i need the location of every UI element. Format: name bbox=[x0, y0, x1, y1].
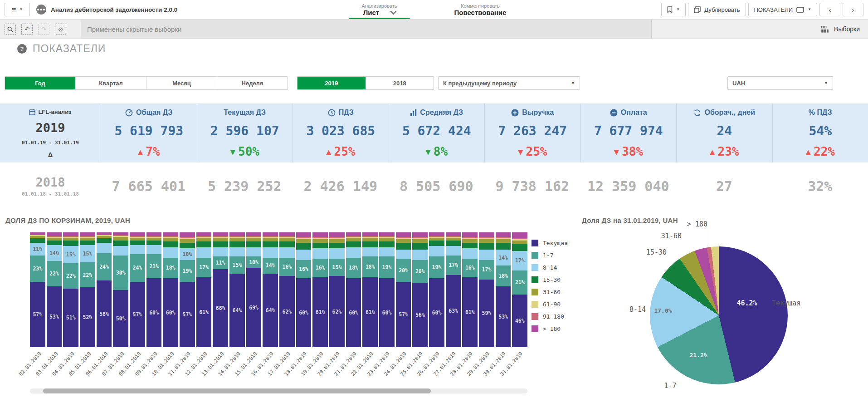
bar-segment-31-60[interactable] bbox=[296, 239, 312, 243]
bar-segment-91-180[interactable] bbox=[163, 236, 178, 237]
bar-segment-> 180[interactable] bbox=[213, 232, 228, 236]
bar-segment-1-7[interactable]: 17% bbox=[479, 260, 494, 280]
bar-segment-61-90[interactable] bbox=[312, 238, 328, 240]
bar-segment-15-30[interactable] bbox=[80, 241, 95, 245]
legend-item-1-7[interactable]: 1-7 bbox=[532, 252, 568, 259]
bar-segment-8-14[interactable] bbox=[329, 248, 345, 259]
bar-segment-Текущая[interactable]: 60% bbox=[163, 278, 178, 347]
bar-segment-Текущая[interactable]: 52% bbox=[80, 287, 95, 347]
smart-search-button[interactable] bbox=[5, 24, 16, 35]
bar-19.01.2019[interactable]: 61%16% bbox=[312, 232, 328, 347]
bar-segment-15-30[interactable] bbox=[47, 241, 62, 245]
bar-09.01.2019[interactable]: 60%21% bbox=[146, 232, 162, 347]
bar-segment-8-14[interactable]: 15% bbox=[80, 245, 95, 262]
bar-segment-8-14[interactable] bbox=[130, 245, 145, 254]
bar-11.01.2019[interactable]: 57%19%10% bbox=[180, 232, 195, 347]
bar-segment-91-180[interactable] bbox=[396, 237, 411, 238]
bar-segment-Текущая[interactable]: 60% bbox=[429, 278, 444, 347]
bar-segment-31-60[interactable] bbox=[180, 239, 195, 243]
bar-segment-1-7[interactable]: 19% bbox=[379, 256, 395, 278]
bar-segment-91-180[interactable] bbox=[180, 237, 195, 238]
bar-segment-91-180[interactable] bbox=[462, 237, 478, 238]
bar-segment-1-7[interactable]: 18% bbox=[362, 256, 378, 277]
bar-segment-15-30[interactable] bbox=[279, 241, 295, 247]
bar-segment-> 180[interactable] bbox=[479, 232, 494, 237]
bar-13.01.2019[interactable]: 68%11% bbox=[213, 232, 228, 347]
chevron-down-icon[interactable] bbox=[390, 8, 396, 15]
bar-segment-8-14[interactable]: 17% bbox=[512, 251, 527, 270]
bar-segment-Текущая[interactable]: 62% bbox=[279, 276, 295, 347]
bar-segment-8-14[interactable]: 10% bbox=[180, 248, 195, 260]
bar-segment-15-30[interactable] bbox=[63, 241, 78, 246]
bar-segment-Текущая[interactable]: 60% bbox=[296, 278, 312, 347]
bar-segment-31-60[interactable] bbox=[196, 238, 212, 242]
step-forward-button[interactable]: ↷ bbox=[38, 24, 49, 35]
bar-segment-91-180[interactable] bbox=[213, 236, 228, 237]
bar-18.01.2019[interactable]: 60%16% bbox=[296, 232, 312, 347]
bar-segment-Текущая[interactable]: 60% bbox=[346, 278, 361, 347]
bar-segment-61-90[interactable] bbox=[63, 237, 78, 238]
bar-segment-1-7[interactable]: 19% bbox=[180, 260, 195, 282]
bar-segment-8-14[interactable] bbox=[429, 246, 444, 256]
bar-25.01.2019[interactable]: 56%20% bbox=[412, 232, 428, 347]
bar-segment-31-60[interactable] bbox=[396, 239, 411, 243]
bar-segment-15-30[interactable] bbox=[362, 241, 378, 247]
bar-segment-61-90[interactable] bbox=[263, 237, 278, 238]
bar-30.01.2019[interactable]: 53%18%14% bbox=[496, 232, 511, 347]
bar-segment-> 180[interactable] bbox=[196, 232, 212, 236]
bar-segment-> 180[interactable] bbox=[396, 232, 411, 237]
bar-segment-8-14[interactable]: 15% bbox=[63, 246, 78, 263]
bar-segment-Текущая[interactable]: 62% bbox=[329, 276, 345, 347]
bar-segment-> 180[interactable] bbox=[412, 232, 428, 237]
bar-segment-Текущая[interactable]: 46% bbox=[512, 295, 527, 347]
bar-segment-31-60[interactable] bbox=[412, 239, 428, 243]
bar-segment-15-30[interactable] bbox=[229, 241, 245, 247]
bar-segment-Текущая[interactable]: 63% bbox=[446, 275, 461, 347]
bar-segment-15-30[interactable] bbox=[246, 241, 262, 247]
bar-segment-> 180[interactable] bbox=[113, 232, 128, 235]
bar-26.01.2019[interactable]: 60%19% bbox=[429, 232, 444, 347]
bar-segment-> 180[interactable] bbox=[63, 232, 78, 236]
bar-segment-1-7[interactable]: 18% bbox=[496, 265, 511, 286]
bar-segment-61-90[interactable] bbox=[229, 237, 245, 238]
bar-15.01.2019[interactable]: 69%10% bbox=[246, 232, 262, 347]
bar-segment-31-60[interactable] bbox=[379, 238, 395, 242]
bar-segment-> 180[interactable] bbox=[329, 232, 345, 237]
bar-segment-31-60[interactable] bbox=[130, 238, 145, 241]
bar-segment-15-30[interactable] bbox=[213, 241, 228, 247]
bar-segment-15-30[interactable] bbox=[130, 241, 145, 245]
bar-segment-15-30[interactable] bbox=[496, 243, 511, 250]
bar-segment-61-90[interactable] bbox=[80, 237, 95, 238]
sheet-navigation-button[interactable]: ПОКАЗАТЕЛИ ▼ bbox=[748, 3, 817, 16]
bar-segment-Текущая[interactable]: 57% bbox=[30, 282, 45, 347]
bar-segment-> 180[interactable] bbox=[346, 232, 361, 236]
bar-segment-1-7[interactable]: 20% bbox=[412, 260, 428, 283]
bar-segment-31-60[interactable] bbox=[163, 238, 178, 242]
bar-segment-1-7[interactable]: 22% bbox=[80, 262, 95, 288]
bar-segment-Текущая[interactable]: 61% bbox=[462, 277, 478, 347]
bar-segment-8-14[interactable] bbox=[97, 243, 112, 253]
bar-segment-1-7[interactable]: 10% bbox=[246, 256, 262, 268]
bar-segment-31-60[interactable] bbox=[496, 239, 511, 243]
bar-08.01.2019[interactable]: 57%24% bbox=[130, 232, 145, 347]
bar-segment-91-180[interactable] bbox=[80, 236, 95, 237]
bar-segment-91-180[interactable] bbox=[412, 237, 428, 238]
bar-segment-8-14[interactable] bbox=[446, 246, 461, 255]
bar-16.01.2019[interactable]: 64%14% bbox=[263, 232, 278, 347]
bar-segment-8-14[interactable] bbox=[263, 247, 278, 258]
bar-segment-31-60[interactable] bbox=[362, 238, 378, 242]
bar-segment-> 180[interactable] bbox=[229, 232, 245, 236]
bar-segment-91-180[interactable] bbox=[146, 236, 162, 237]
bar-segment-91-180[interactable] bbox=[329, 237, 345, 238]
bar-segment-> 180[interactable] bbox=[97, 232, 112, 235]
bar-21.01.2019[interactable]: 60%18% bbox=[346, 232, 361, 347]
bar-02.01.2019[interactable]: 57%23%11% bbox=[30, 232, 45, 347]
bar-segment-> 180[interactable] bbox=[180, 232, 195, 237]
bar-segment-61-90[interactable] bbox=[47, 237, 62, 238]
bar-segment-61-90[interactable] bbox=[396, 238, 411, 240]
bar-segment-15-30[interactable] bbox=[312, 243, 328, 249]
bar-segment-Текущая[interactable]: 60% bbox=[379, 278, 395, 347]
bar-segment-91-180[interactable] bbox=[113, 235, 128, 236]
bar-segment-91-180[interactable] bbox=[130, 236, 145, 237]
bar-segment-> 180[interactable] bbox=[146, 232, 162, 236]
